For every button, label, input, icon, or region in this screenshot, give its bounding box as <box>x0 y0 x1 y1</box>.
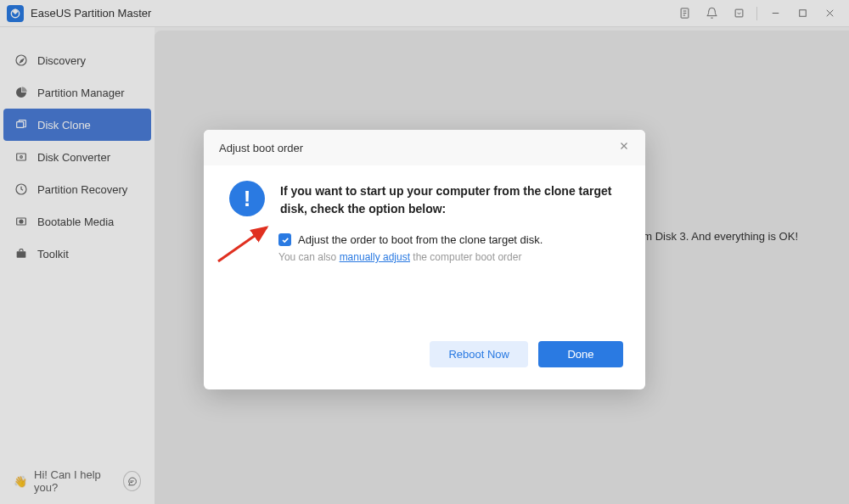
manually-adjust-link[interactable]: manually adjust <box>340 251 410 263</box>
checkbox-label: Adjust the order to boot from the clone … <box>298 233 543 246</box>
done-button[interactable]: Done <box>538 341 623 367</box>
sub-text: You can also manually adjust the compute… <box>278 251 620 263</box>
dialog-hero-text: If you want to start up your computer fr… <box>280 181 620 218</box>
dialog-title: Adjust boot order <box>219 142 303 154</box>
info-icon: ! <box>229 181 265 216</box>
dialog-close-button[interactable] <box>618 140 630 155</box>
dialog-header: Adjust boot order <box>204 130 645 165</box>
adjust-order-checkbox[interactable] <box>278 233 291 246</box>
reboot-now-button[interactable]: Reboot Now <box>430 341 528 367</box>
adjust-boot-order-dialog: Adjust boot order ! If you want to start… <box>204 130 645 389</box>
